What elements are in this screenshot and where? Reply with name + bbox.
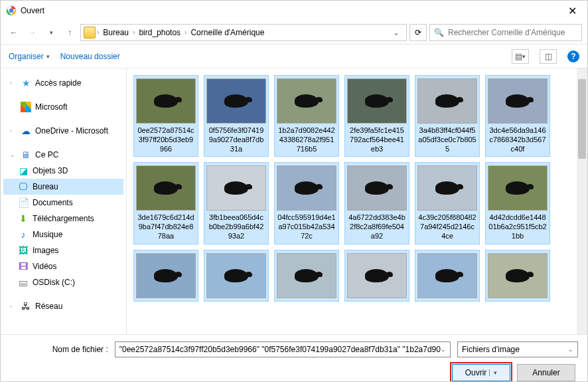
file-name: 0ee2572a87514c3f97ff20b5d3eb9966 xyxy=(137,126,195,153)
file-name: 3dc4e56da9a146c7868342b3d567c40f xyxy=(488,126,547,153)
desktop-icon: 🖵 xyxy=(18,181,29,192)
body: ›★Accès rapide Microsoft ›☁OneDrive - Mi… xyxy=(1,68,587,334)
open-label: Ouvrir xyxy=(465,368,487,377)
document-icon: 📄 xyxy=(18,197,29,208)
sidebar-network[interactable]: ›🖧Réseau xyxy=(3,298,123,314)
organize-menu[interactable]: Organiser ▾ xyxy=(9,52,50,61)
breadcrumb-dropdown[interactable]: ⌄ xyxy=(389,28,404,37)
file-tile[interactable]: 4d42dcdd6e144801b6a2c951f5cb21bb xyxy=(485,162,550,244)
file-tile[interactable] xyxy=(204,250,269,302)
file-name: 4d42dcdd6e144801b6a2c951f5cb21bb xyxy=(488,213,547,240)
file-name: 4c39c205f8804827a94f245d2146c4ce xyxy=(418,213,477,240)
chrome-icon xyxy=(6,5,17,16)
chevron-down-icon[interactable]: ⌄ xyxy=(568,346,573,353)
sidebar-item-bureau[interactable]: 🖵Bureau xyxy=(3,179,123,195)
up-button[interactable]: ↑ xyxy=(62,25,78,41)
file-tile[interactable]: 1b2a7d9082e44243386278a2f951716b5 xyxy=(274,75,339,157)
sidebar-item-label: Accès rapide xyxy=(35,78,81,88)
sidebar-item-osdisk[interactable]: 🖴OSDisk (C:) xyxy=(3,274,123,290)
titlebar: Ouvert ✕ xyxy=(1,1,587,21)
search-input[interactable] xyxy=(448,28,577,37)
file-tile[interactable] xyxy=(415,250,480,302)
search-box[interactable]: 🔍 xyxy=(429,24,582,41)
close-button[interactable]: ✕ xyxy=(563,5,582,17)
sidebar-item-label: OneDrive - Microsoft xyxy=(35,126,108,136)
open-button[interactable]: Ouvrir ▾ xyxy=(452,364,510,381)
file-tile[interactable] xyxy=(344,250,409,302)
file-name: 3de1679c6d214d9ba7f47db824e878aa xyxy=(137,213,195,240)
file-thumbnail xyxy=(206,253,266,298)
sidebar-item-label: Images xyxy=(33,246,58,255)
chevron-right-icon: › xyxy=(184,29,186,36)
network-icon: 🖧 xyxy=(21,301,31,312)
file-thumbnail xyxy=(347,165,407,211)
sidebar-item-label: Documents xyxy=(33,198,73,207)
disk-icon: 🖴 xyxy=(18,277,29,288)
back-button[interactable]: ← xyxy=(6,25,22,41)
sidebar-item-objets3d[interactable]: ◪Objets 3D xyxy=(3,163,123,179)
file-tile[interactable]: 3a4b83ff4cf044f5a05df3ce0c7b8055 xyxy=(415,75,480,157)
sidebar-item-telechargements[interactable]: ⬇Téléchargements xyxy=(3,211,123,227)
help-button[interactable]: ? xyxy=(567,50,579,62)
video-icon: 🎞 xyxy=(18,261,29,272)
new-folder-button[interactable]: Nouveau dossier xyxy=(60,52,120,61)
scrollbar[interactable] xyxy=(577,68,587,334)
recent-dropdown[interactable]: ▾ xyxy=(43,25,59,41)
sidebar: ›★Accès rapide Microsoft ›☁OneDrive - Mi… xyxy=(1,68,127,334)
file-thumbnail xyxy=(488,253,548,298)
file-thumbnail xyxy=(488,78,548,124)
image-icon: 🖼 xyxy=(18,245,29,256)
file-tile[interactable]: 3dc4e56da9a146c7868342b3d567c40f xyxy=(485,75,550,157)
chevron-down-icon[interactable]: ▾ xyxy=(489,369,497,376)
crumb-corneille[interactable]: Corneille d'Amérique xyxy=(188,27,267,39)
file-name: 04fcc595919d4e1a97c015b42a53472c xyxy=(277,213,336,240)
scrollbar-thumb[interactable] xyxy=(578,79,586,159)
sidebar-onedrive[interactable]: ›☁OneDrive - Microsoft xyxy=(3,123,123,139)
file-tile[interactable]: 3fb1beea065d4cb0be2b99a6bf4293a2 xyxy=(204,162,269,244)
file-type-filter[interactable]: Fichiers d'image ⌄ xyxy=(457,341,578,357)
sidebar-item-documents[interactable]: 📄Documents xyxy=(3,195,123,211)
star-icon: ★ xyxy=(21,78,31,88)
sidebar-item-videos[interactable]: 🎞Vidéos xyxy=(3,258,123,274)
view-mode-button[interactable]: ▤ ▾ xyxy=(512,49,529,64)
sidebar-item-label: Microsoft xyxy=(35,102,68,112)
download-icon: ⬇ xyxy=(18,213,29,224)
file-tile[interactable]: 0ee2572a87514c3f97ff20b5d3eb9966 xyxy=(133,75,198,157)
window-title: Ouvert xyxy=(21,6,563,15)
crumb-birdphotos[interactable]: bird_photos xyxy=(136,27,183,39)
filename-input[interactable]: "0ee2572a87514c3f97ff20b5d3eb9966" "0f57… xyxy=(115,341,451,357)
crumb-bureau[interactable]: Bureau xyxy=(100,27,131,39)
file-tile[interactable]: 4a6722dd383e4b2f8c2a8f69fe504a92 xyxy=(344,162,409,244)
sidebar-item-images[interactable]: 🖼Images xyxy=(3,242,123,258)
cube-icon: ◪ xyxy=(18,165,29,176)
sidebar-item-musique[interactable]: ♪Musique xyxy=(3,227,123,242)
breadcrumb[interactable]: › Bureau › bird_photos › Corneille d'Amé… xyxy=(80,24,407,41)
cloud-icon: ☁ xyxy=(21,126,31,136)
refresh-button[interactable]: ⟳ xyxy=(409,24,427,41)
sidebar-this-pc[interactable]: ⌄🖥Ce PC xyxy=(3,147,123,163)
sidebar-item-label: Vidéos xyxy=(33,262,56,271)
preview-pane-button[interactable]: ◫ xyxy=(540,49,557,64)
file-tile[interactable]: 2fe39fa5fc1e415792acf564bee41eb3 xyxy=(344,75,409,157)
file-tile[interactable]: 3de1679c6d214d9ba7f47db824e878aa xyxy=(133,162,198,244)
pc-icon: 🖥 xyxy=(21,149,31,160)
file-thumbnail xyxy=(136,78,196,124)
forward-button[interactable]: → xyxy=(25,25,40,41)
file-tile[interactable] xyxy=(485,250,550,302)
file-tile[interactable]: 04fcc595919d4e1a97c015b42a53472c xyxy=(274,162,339,244)
file-name: 0f5756fe3f074199a9027dea8f7db31a xyxy=(207,126,265,153)
sidebar-microsoft[interactable]: Microsoft xyxy=(3,99,123,115)
file-tile[interactable]: 4c39c205f8804827a94f245d2146c4ce xyxy=(415,162,480,244)
file-tile[interactable] xyxy=(133,250,198,302)
chevron-down-icon[interactable]: ⌄ xyxy=(441,346,446,353)
file-tile[interactable]: 0f5756fe3f074199a9027dea8f7db31a xyxy=(204,75,269,157)
filename-value: "0ee2572a87514c3f97ff20b5d3eb9966" "0f57… xyxy=(119,345,441,354)
file-thumbnail xyxy=(136,165,196,211)
file-thumbnail xyxy=(206,165,266,211)
cancel-button[interactable]: Annuler xyxy=(517,364,575,381)
file-tile[interactable] xyxy=(274,250,339,302)
sidebar-quick-access[interactable]: ›★Accès rapide xyxy=(3,75,123,91)
file-thumbnail xyxy=(277,253,336,298)
file-thumbnail xyxy=(136,253,196,298)
file-name: 2fe39fa5fc1e415792acf564bee41eb3 xyxy=(348,126,406,153)
